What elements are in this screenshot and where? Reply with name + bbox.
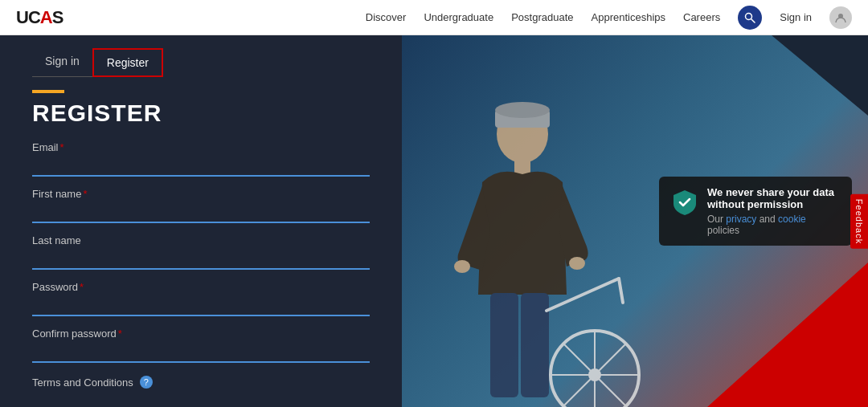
confirm-password-input[interactable] — [32, 342, 370, 363]
shield-icon — [670, 188, 699, 217]
svg-point-6 — [495, 102, 550, 118]
privacy-link[interactable]: privacy — [726, 214, 756, 225]
terms-row: Terms and Conditions ? — [32, 376, 370, 389]
register-form: Email* First name* Last name Password* — [32, 141, 370, 389]
search-button[interactable] — [738, 6, 762, 30]
auth-tabs: Sign in Register — [32, 48, 370, 77]
accent-line — [32, 90, 64, 93]
svg-line-13 — [619, 279, 623, 303]
register-title: REGISTER — [32, 100, 370, 127]
nav-undergraduate[interactable]: Undergraduate — [424, 11, 493, 23]
svg-line-1 — [751, 18, 755, 22]
privacy-sub-text: Our privacy and cookie policies — [707, 214, 841, 236]
nav-apprenticeships[interactable]: Apprenticeships — [592, 11, 666, 23]
nav-postgraduate[interactable]: Postgraduate — [511, 11, 573, 23]
privacy-tooltip: We never share your data without permiss… — [659, 177, 852, 246]
user-avatar-icon[interactable] — [829, 6, 852, 29]
email-input[interactable] — [32, 156, 370, 177]
confirm-password-label: Confirm password* — [32, 328, 370, 340]
last-name-input[interactable] — [32, 249, 370, 270]
terms-help-icon[interactable]: ? — [140, 376, 153, 389]
navbar-links: Discover Undergraduate Postgraduate Appr… — [366, 6, 852, 30]
feedback-tab[interactable]: Feedback — [850, 193, 868, 248]
password-label: Password* — [32, 281, 370, 293]
last-name-field-group: Last name — [32, 234, 370, 270]
first-name-label: First name* — [32, 188, 370, 200]
email-label: Email* — [32, 141, 370, 153]
person-image — [418, 70, 659, 407]
password-field-group: Password* — [32, 281, 370, 316]
register-heading: REGISTER — [32, 90, 370, 127]
signin-nav-label[interactable]: Sign in — [780, 11, 812, 23]
nav-careers[interactable]: Careers — [683, 11, 720, 23]
first-name-input[interactable] — [32, 202, 370, 223]
confirm-password-field-group: Confirm password* — [32, 328, 370, 363]
svg-point-8 — [454, 260, 470, 273]
navbar: UCAS Discover Undergraduate Postgraduate… — [0, 0, 868, 35]
last-name-label: Last name — [32, 234, 370, 246]
email-field-group: Email* — [32, 141, 370, 177]
tab-register[interactable]: Register — [92, 48, 163, 77]
svg-rect-10 — [490, 293, 518, 397]
svg-point-9 — [569, 257, 585, 270]
tab-signin[interactable]: Sign in — [32, 48, 92, 77]
nav-discover[interactable]: Discover — [366, 11, 407, 23]
left-panel: Sign in Register REGISTER Email* First n… — [0, 35, 402, 407]
logo[interactable]: UCAS — [16, 7, 63, 28]
main-container: Sign in Register REGISTER Email* First n… — [0, 35, 868, 407]
first-name-field-group: First name* — [32, 188, 370, 223]
right-panel: We never share your data without permiss… — [402, 35, 868, 407]
privacy-text: We never share your data without permiss… — [707, 186, 841, 236]
cookie-link[interactable]: cookie — [778, 214, 806, 225]
privacy-main-text: We never share your data without permiss… — [707, 186, 841, 210]
password-input[interactable] — [32, 295, 370, 316]
svg-rect-11 — [521, 293, 549, 397]
terms-label: Terms and Conditions — [32, 376, 133, 389]
